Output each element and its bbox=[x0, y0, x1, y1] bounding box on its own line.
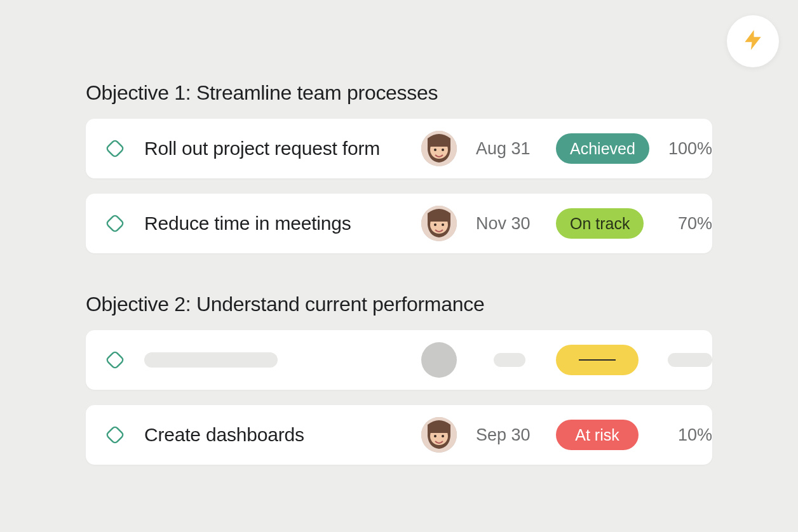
svg-rect-6 bbox=[106, 215, 124, 232]
placeholder-date bbox=[494, 353, 525, 367]
lightning-icon bbox=[741, 28, 765, 55]
placeholder-progress bbox=[668, 353, 712, 367]
task-row[interactable]: Reduce time in meetings Nov 30 On track … bbox=[86, 194, 712, 253]
assignee-avatar[interactable] bbox=[421, 417, 457, 453]
due-date: Sep 30 bbox=[476, 425, 543, 445]
objective-title: Objective 1: Streamline team processes bbox=[86, 81, 712, 105]
due-date: Nov 30 bbox=[476, 214, 543, 234]
task-name: Roll out project request form bbox=[144, 138, 409, 159]
placeholder-name bbox=[144, 352, 278, 368]
svg-point-17 bbox=[434, 435, 436, 437]
objective-group: Objective 1: Streamline team processes R… bbox=[86, 81, 712, 253]
placeholder-avatar bbox=[421, 342, 457, 378]
svg-rect-0 bbox=[106, 140, 124, 157]
placeholder-status-line bbox=[579, 359, 616, 361]
svg-point-10 bbox=[434, 223, 436, 226]
task-row[interactable]: Create dashboards Sep 30 At risk 10% bbox=[86, 405, 712, 465]
lightning-badge[interactable] bbox=[727, 15, 779, 67]
status-badge[interactable]: On track bbox=[556, 208, 644, 239]
progress-value: 100% bbox=[663, 139, 712, 159]
progress-value: 10% bbox=[663, 425, 712, 445]
svg-point-5 bbox=[442, 149, 444, 151]
svg-point-18 bbox=[442, 435, 444, 437]
objectives-container: Objective 1: Streamline team processes R… bbox=[0, 0, 798, 465]
task-row-placeholder[interactable] bbox=[86, 330, 712, 390]
status-badge[interactable]: Achieved bbox=[556, 133, 649, 164]
svg-rect-16 bbox=[430, 427, 448, 433]
svg-rect-3 bbox=[430, 141, 448, 147]
svg-rect-12 bbox=[106, 351, 124, 369]
assignee-avatar[interactable] bbox=[421, 206, 457, 241]
objective-title: Objective 2: Understand current performa… bbox=[86, 293, 712, 316]
due-date: Aug 31 bbox=[476, 139, 543, 159]
assignee-avatar[interactable] bbox=[421, 131, 457, 166]
svg-rect-13 bbox=[106, 426, 124, 444]
diamond-icon[interactable] bbox=[102, 211, 128, 236]
svg-point-11 bbox=[442, 223, 444, 226]
svg-rect-9 bbox=[430, 216, 448, 222]
placeholder-status bbox=[556, 345, 639, 375]
svg-point-4 bbox=[434, 149, 436, 151]
objective-group: Objective 2: Understand current performa… bbox=[86, 293, 712, 465]
task-name: Reduce time in meetings bbox=[144, 213, 409, 234]
diamond-icon[interactable] bbox=[102, 347, 128, 373]
diamond-icon[interactable] bbox=[102, 136, 128, 161]
diamond-icon[interactable] bbox=[102, 422, 128, 448]
task-row[interactable]: Roll out project request form Aug 31 Ach… bbox=[86, 119, 712, 178]
progress-value: 70% bbox=[663, 214, 712, 234]
status-badge[interactable]: At risk bbox=[556, 420, 639, 450]
task-name: Create dashboards bbox=[144, 424, 409, 446]
